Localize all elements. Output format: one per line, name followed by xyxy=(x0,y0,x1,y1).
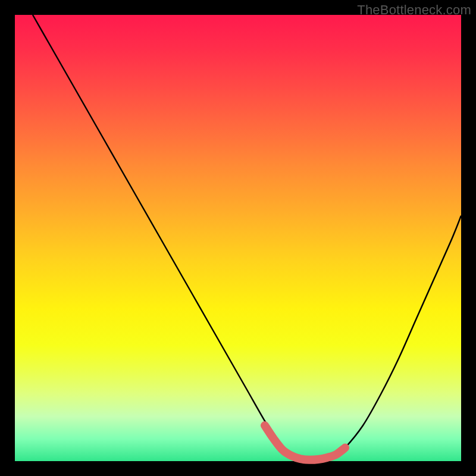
curve-group xyxy=(33,15,461,460)
watermark-label: TheBottleneck.com xyxy=(357,2,471,18)
bottleneck-curve-path xyxy=(33,15,461,460)
chart-overlay xyxy=(0,0,476,476)
outer-frame: TheBottleneck.com xyxy=(0,0,476,476)
optimal-range-path xyxy=(265,425,345,460)
highlight-group xyxy=(265,425,345,460)
